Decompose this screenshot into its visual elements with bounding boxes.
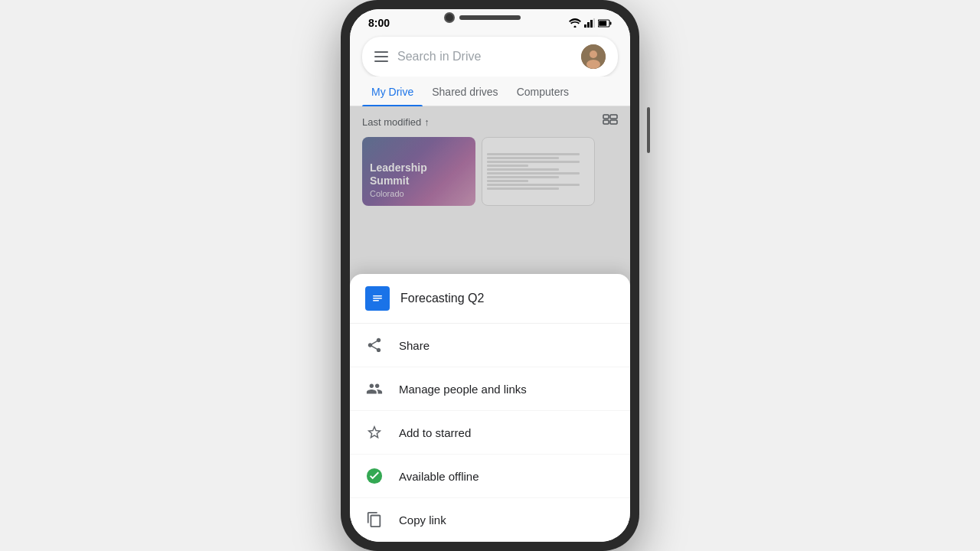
svg-rect-2 [587, 22, 590, 28]
signal-icon [584, 18, 595, 28]
status-icons [569, 18, 612, 28]
sheet-item-available-offline[interactable]: Available offline [350, 455, 630, 498]
sheet-header: Forecasting Q2 [350, 274, 630, 324]
search-bar[interactable]: Search in Drive [362, 37, 618, 77]
svg-rect-19 [373, 295, 382, 297]
star-icon [365, 423, 384, 442]
svg-rect-1 [584, 24, 586, 28]
offline-check-icon [365, 467, 384, 485]
tab-computers[interactable]: Computers [508, 77, 578, 106]
tab-shared-drives[interactable]: Shared drives [423, 77, 507, 106]
phone-speaker [459, 15, 521, 20]
hamburger-icon[interactable] [374, 51, 388, 62]
manage-people-label: Manage people and links [399, 383, 527, 396]
manage-people-icon [365, 380, 384, 398]
phone-camera [444, 12, 455, 23]
tab-bar: My Drive Shared drives Computers [350, 77, 630, 106]
wifi-icon [569, 18, 581, 28]
search-placeholder: Search in Drive [397, 50, 572, 64]
phone-screen: 8:00 [350, 9, 630, 542]
share-icon [365, 336, 384, 354]
svg-rect-6 [610, 21, 612, 24]
svg-point-12 [590, 51, 597, 58]
available-offline-label: Available offline [399, 470, 479, 483]
sheet-file-name: Forecasting Q2 [400, 292, 484, 305]
copy-link-label: Copy link [399, 514, 446, 527]
tab-my-drive[interactable]: My Drive [362, 77, 423, 106]
svg-rect-3 [590, 20, 593, 28]
svg-rect-4 [593, 18, 595, 28]
sheet-item-manage-people[interactable]: Manage people and links [350, 367, 630, 411]
svg-rect-10 [374, 60, 388, 62]
battery-icon [598, 19, 612, 28]
status-time: 8:00 [368, 17, 390, 29]
content-area: Last modified ↑ [350, 106, 630, 542]
side-button [647, 107, 650, 153]
svg-rect-7 [599, 21, 606, 26]
svg-point-0 [574, 26, 577, 28]
sheet-item-add-starred[interactable]: Add to starred [350, 411, 630, 455]
share-label: Share [399, 339, 430, 352]
add-starred-label: Add to starred [399, 426, 471, 439]
avatar[interactable] [581, 44, 606, 69]
svg-rect-21 [373, 300, 379, 302]
svg-rect-8 [374, 51, 388, 53]
phone-frame: 8:00 [341, 0, 639, 551]
svg-rect-9 [374, 56, 388, 57]
sheet-item-copy-link[interactable]: Copy link [350, 498, 630, 542]
status-bar: 8:00 [350, 9, 630, 34]
file-doc-icon [365, 286, 390, 311]
bottom-sheet: Forecasting Q2 Share [350, 274, 630, 542]
sheet-item-share[interactable]: Share [350, 324, 630, 367]
svg-rect-20 [373, 298, 382, 299]
screen-content: 8:00 [350, 9, 630, 542]
copy-link-icon [365, 510, 384, 529]
svg-point-13 [586, 60, 600, 69]
